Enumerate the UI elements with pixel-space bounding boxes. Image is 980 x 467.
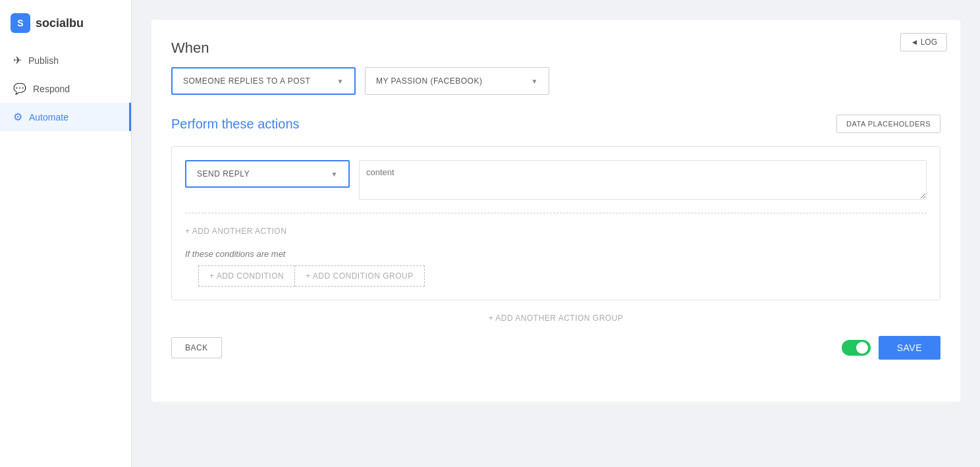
sidebar-item-label: Publish: [28, 55, 59, 66]
sidebar-item-label: Automate: [29, 112, 68, 123]
condition-buttons: + ADD CONDITION + ADD CONDITION GROUP: [198, 265, 927, 287]
action-dropdown-arrow: ▼: [331, 171, 338, 178]
sidebar: S socialbu ✈ Publish 💬 Respond ⚙ Automat…: [0, 0, 132, 467]
back-button[interactable]: BACK: [171, 337, 222, 358]
sidebar-item-automate[interactable]: ⚙ Automate: [0, 103, 131, 131]
content-area: ◄ LOG When SOMEONE REPLIES TO A POST ▼ M…: [151, 20, 960, 402]
automate-icon: ⚙: [13, 111, 22, 123]
data-placeholders-button[interactable]: DATA PLACEHOLDERS: [836, 115, 940, 133]
add-condition-button[interactable]: + ADD CONDITION: [198, 265, 295, 287]
sidebar-item-respond[interactable]: 💬 Respond: [0, 74, 131, 103]
main-content: ◄ LOG When SOMEONE REPLIES TO A POST ▼ M…: [132, 0, 980, 467]
account-dropdown-arrow: ▼: [531, 78, 538, 85]
perform-title: Perform these actions: [171, 117, 300, 132]
publish-icon: ✈: [13, 54, 22, 67]
conditions-label: If these conditions are met: [185, 249, 927, 259]
trigger-dropdown-arrow: ▼: [337, 78, 344, 85]
sidebar-item-label: Respond: [33, 84, 70, 94]
action-row: SEND REPLY ▼: [185, 160, 927, 200]
trigger-dropdown[interactable]: SOMEONE REPLIES TO A POST ▼: [171, 67, 356, 95]
save-button[interactable]: SAVE: [879, 336, 940, 360]
when-section: When SOMEONE REPLIES TO A POST ▼ MY PASS…: [171, 40, 940, 95]
conditions-section: If these conditions are met + ADD CONDIT…: [185, 249, 927, 287]
add-group-row: + ADD ANOTHER ACTION GROUP: [171, 314, 940, 323]
action-type-dropdown[interactable]: SEND REPLY ▼: [185, 160, 350, 188]
toggle-track: [842, 340, 871, 356]
add-another-action-group-button[interactable]: + ADD ANOTHER ACTION GROUP: [489, 314, 624, 323]
logo: S socialbu: [0, 7, 131, 46]
respond-icon: 💬: [13, 82, 26, 95]
action-group-box: SEND REPLY ▼ + ADD ANOTHER ACTION If the…: [171, 146, 940, 300]
action-separator: [185, 213, 927, 213]
sidebar-item-publish[interactable]: ✈ Publish: [0, 46, 131, 74]
perform-actions-section: Perform these actions DATA PLACEHOLDERS …: [171, 115, 940, 323]
logo-icon: S: [11, 13, 30, 33]
sidebar-nav: ✈ Publish 💬 Respond ⚙ Automate: [0, 46, 131, 131]
add-another-action-button[interactable]: + ADD ANOTHER ACTION: [185, 224, 286, 238]
when-title: When: [171, 40, 940, 57]
account-dropdown[interactable]: MY PASSION (FACEBOOK) ▼: [365, 67, 549, 95]
active-toggle[interactable]: [842, 340, 871, 356]
actions-header: Perform these actions DATA PLACEHOLDERS: [171, 115, 940, 133]
toggle-thumb: [856, 342, 868, 354]
add-condition-group-button[interactable]: + ADD CONDITION GROUP: [295, 265, 425, 287]
trigger-dropdown-label: SOMEONE REPLIES TO A POST: [183, 76, 310, 86]
content-textarea[interactable]: [359, 160, 927, 200]
when-row: SOMEONE REPLIES TO A POST ▼ MY PASSION (…: [171, 67, 940, 95]
account-dropdown-label: MY PASSION (FACEBOOK): [376, 76, 482, 86]
logo-text: socialbu: [36, 16, 84, 30]
right-footer: SAVE: [842, 336, 940, 360]
footer-row: BACK SAVE: [171, 336, 940, 360]
log-button[interactable]: ◄ LOG: [900, 33, 947, 51]
action-type-label: SEND REPLY: [197, 169, 250, 179]
